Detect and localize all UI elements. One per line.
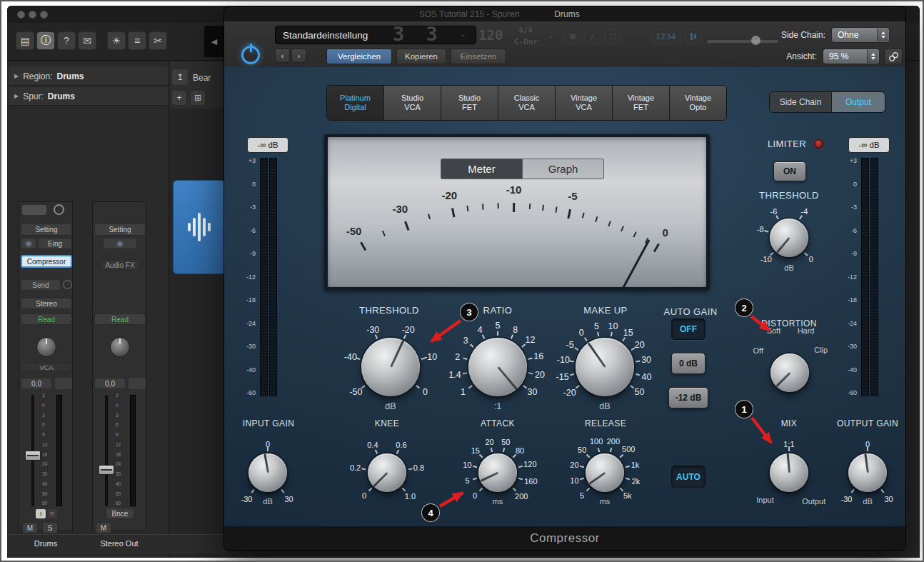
- inspector-info-icon[interactable]: ⓘ: [36, 31, 55, 50]
- compressor-plugin-window: SOS Tutorial 215 - Spuren Drums Standard…: [224, 7, 905, 550]
- model-tab-studio-vca[interactable]: StudioVCA: [384, 86, 441, 120]
- solo-button[interactable]: S: [42, 522, 58, 533]
- waveform-icon: [208, 223, 211, 231]
- send-level-knob[interactable]: [63, 280, 72, 289]
- auto-gain-minus12db-button[interactable]: -12 dB: [668, 387, 708, 408]
- limiter-on-button[interactable]: ON: [773, 161, 806, 181]
- strip-name-drums[interactable]: Drums: [19, 539, 73, 548]
- paste-button[interactable]: Einsetzen: [451, 49, 506, 64]
- input-gain-knob[interactable]: [248, 453, 287, 492]
- plugin-titlebar[interactable]: SOS Tutorial 215 - Spuren Drums: [224, 7, 905, 21]
- tab-graph[interactable]: Graph: [522, 159, 603, 179]
- volume-readout[interactable]: 0,0: [21, 378, 52, 389]
- mute-button[interactable]: M: [22, 522, 38, 533]
- zoom-window-icon[interactable]: [40, 11, 48, 19]
- drag-mode-icon[interactable]: ↥: [171, 69, 189, 86]
- model-tab-vintage-vca[interactable]: VintageVCA: [556, 86, 613, 120]
- mute-button[interactable]: M: [96, 522, 111, 533]
- fader-scale-label: 3: [42, 413, 45, 418]
- volume-fader[interactable]: [99, 465, 114, 475]
- toggle-side-chain[interactable]: Side Chain: [770, 92, 832, 112]
- input-format-icon[interactable]: ◎: [103, 238, 137, 249]
- fader-scale-label: 24: [116, 462, 121, 467]
- strip-setting-button[interactable]: Setting: [21, 224, 72, 236]
- disclosure-triangle-icon[interactable]: ▶: [14, 73, 19, 79]
- release-auto-button[interactable]: AUTO: [671, 466, 705, 488]
- limiter-threshold-knob[interactable]: [770, 219, 808, 257]
- model-tab-studio-fet[interactable]: StudioFET: [441, 86, 498, 120]
- input-gain-title: INPUT GAIN: [226, 418, 311, 428]
- knob-scale-label: 1: [461, 387, 466, 397]
- auto-gain-off-button[interactable]: OFF: [671, 318, 705, 340]
- auto-gain-0db-button[interactable]: 0 dB: [671, 353, 705, 374]
- release-knob[interactable]: [586, 453, 624, 492]
- model-tab-vintage-opto[interactable]: VintageOpto: [670, 86, 726, 120]
- tab-meter[interactable]: Meter: [441, 159, 522, 179]
- output-format-button[interactable]: Stereo: [21, 298, 72, 309]
- preset-forward-button[interactable]: ›: [291, 49, 306, 63]
- close-window-icon[interactable]: [17, 11, 25, 19]
- link-button[interactable]: [884, 49, 903, 64]
- meter-scale-label: -12: [246, 274, 256, 281]
- ghost-metronome-icon: [686, 29, 701, 44]
- mixer-icon[interactable]: ≡: [128, 31, 146, 50]
- volume-readout[interactable]: 0,0: [94, 378, 126, 389]
- automation-mode-button[interactable]: Read: [94, 313, 146, 325]
- pan-knob[interactable]: [36, 337, 56, 357]
- preset-back-button[interactable]: ‹: [275, 49, 290, 63]
- distortion-knob[interactable]: [770, 353, 809, 392]
- audio-region-thumbnail[interactable]: [173, 180, 226, 274]
- view-zoom-dropdown[interactable]: 95 %: [823, 49, 880, 64]
- region-inspector-row[interactable]: ▶ Region: Drums: [9, 67, 169, 86]
- input-monitor-widget[interactable]: [22, 205, 46, 215]
- knob-scale-label: -30: [840, 495, 852, 503]
- strip-setting-button[interactable]: Setting: [94, 224, 146, 236]
- input-monitoring-badge[interactable]: I: [36, 509, 46, 518]
- track-inspector-row[interactable]: ▶ Spur: Drums: [9, 87, 169, 106]
- mix-knob[interactable]: [770, 453, 808, 492]
- toggle-output[interactable]: Output: [832, 92, 885, 112]
- preset-menu[interactable]: Standardeinstellung: [275, 26, 476, 44]
- bounce-button[interactable]: Bnce: [106, 508, 134, 519]
- minimize-window-icon[interactable]: [29, 11, 36, 19]
- compare-button[interactable]: Vergleichen: [326, 49, 392, 64]
- threshold-knob[interactable]: [361, 338, 420, 396]
- duplicate-track-button[interactable]: ⊞: [190, 90, 206, 106]
- send-slot[interactable]: Send: [21, 279, 61, 291]
- tools-scissors-icon[interactable]: ✂: [149, 31, 167, 50]
- ratio-knob[interactable]: [468, 338, 527, 396]
- link-icon: [888, 51, 899, 62]
- knob-scale-label: 0.4: [367, 441, 378, 449]
- model-tab-vintage-fet[interactable]: VintageFET: [613, 86, 670, 120]
- disclosure-triangle-icon[interactable]: ▶: [14, 93, 19, 99]
- attack-knob[interactable]: [478, 453, 517, 492]
- vca-slot[interactable]: VCA: [21, 363, 72, 372]
- knee-knob[interactable]: [368, 453, 406, 492]
- input-format-icon[interactable]: ◎: [21, 238, 36, 249]
- automation-mode-button[interactable]: Read: [21, 313, 72, 325]
- sidechain-dropdown[interactable]: Ohne: [831, 27, 890, 43]
- add-track-button[interactable]: +: [171, 90, 187, 106]
- pan-knob[interactable]: [110, 337, 130, 357]
- copy-button[interactable]: Kopieren: [396, 49, 446, 64]
- collapse-control-bar-button[interactable]: ◀: [204, 26, 224, 57]
- knob-scale-label: 12: [526, 335, 536, 345]
- record-enable-badge[interactable]: R: [47, 509, 57, 518]
- volume-fader[interactable]: [25, 451, 41, 461]
- make-up-knob[interactable]: [576, 338, 634, 396]
- library-icon[interactable]: ▤: [16, 31, 34, 50]
- display-icon[interactable]: ☀: [107, 31, 126, 50]
- compressor-plugin-slot[interactable]: Compressor: [21, 255, 72, 268]
- headphone-icon[interactable]: [54, 204, 64, 215]
- strip-name-stereo-out[interactable]: Stereo Out: [92, 539, 146, 548]
- quick-help-icon[interactable]: ?: [57, 31, 76, 50]
- output-gain-knob[interactable]: [848, 453, 887, 492]
- model-tab-classic-vca[interactable]: ClassicVCA: [498, 86, 556, 120]
- model-tab-platinum-digital[interactable]: PlatinumDigital: [327, 86, 384, 120]
- edit-menu-partial-label[interactable]: Bear: [193, 73, 211, 83]
- input-slot[interactable]: Eing: [38, 238, 72, 249]
- apple-loops-icon[interactable]: ✉: [78, 31, 96, 50]
- plugin-power-icon[interactable]: [241, 46, 260, 64]
- audio-fx-slot[interactable]: Audio FX: [100, 259, 140, 271]
- fader-track[interactable]: [105, 395, 108, 506]
